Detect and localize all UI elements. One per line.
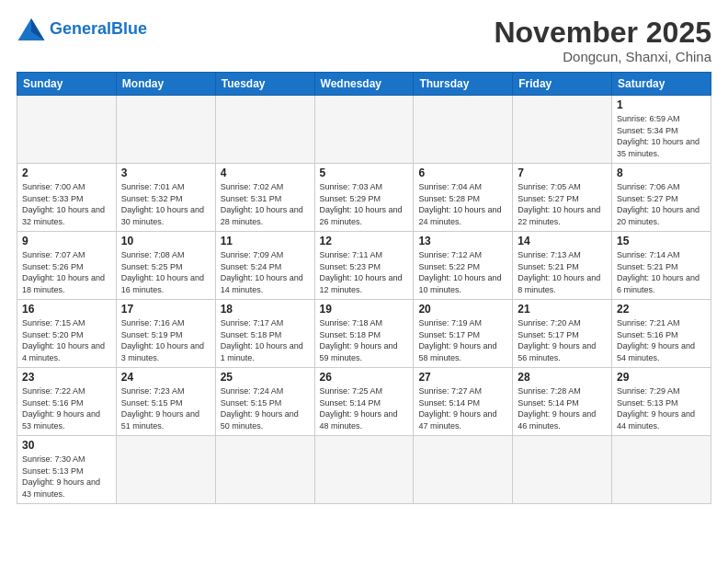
calendar-day-cell: 15Sunrise: 7:14 AM Sunset: 5:21 PM Dayli… [612, 232, 711, 300]
day-number: 20 [418, 303, 507, 316]
day-info: Sunrise: 7:07 AM Sunset: 5:26 PM Dayligh… [22, 249, 111, 295]
calendar-day-cell: 3Sunrise: 7:01 AM Sunset: 5:32 PM Daylig… [116, 164, 215, 232]
calendar-week-row: 23Sunrise: 7:22 AM Sunset: 5:16 PM Dayli… [17, 368, 711, 436]
day-number: 8 [617, 167, 706, 179]
calendar-day-cell [17, 96, 117, 164]
day-info: Sunrise: 7:15 AM Sunset: 5:20 PM Dayligh… [22, 317, 111, 363]
day-info: Sunrise: 7:20 AM Sunset: 5:17 PM Dayligh… [518, 317, 607, 363]
page: GeneralBlue November 2025 Dongcun, Shanx… [0, 0, 728, 563]
day-number: 10 [121, 235, 210, 247]
day-number: 25 [221, 371, 310, 384]
day-info: Sunrise: 7:06 AM Sunset: 5:27 PM Dayligh… [617, 181, 706, 227]
day-info: Sunrise: 7:13 AM Sunset: 5:21 PM Dayligh… [518, 249, 607, 295]
day-number: 4 [221, 167, 310, 179]
calendar-day-cell: 5Sunrise: 7:03 AM Sunset: 5:29 PM Daylig… [314, 164, 414, 232]
day-number: 9 [22, 235, 111, 247]
weekday-header: Sunday [17, 73, 117, 96]
day-number: 6 [418, 167, 507, 179]
day-number: 5 [320, 167, 409, 179]
calendar-day-cell: 7Sunrise: 7:05 AM Sunset: 5:27 PM Daylig… [513, 164, 612, 232]
calendar-week-row: 2Sunrise: 7:00 AM Sunset: 5:33 PM Daylig… [17, 164, 711, 232]
day-number: 17 [121, 303, 210, 316]
day-number: 26 [320, 371, 409, 384]
calendar-day-cell: 27Sunrise: 7:27 AM Sunset: 5:14 PM Dayli… [414, 368, 513, 436]
day-number: 14 [518, 235, 607, 247]
day-info: Sunrise: 7:23 AM Sunset: 5:15 PM Dayligh… [121, 385, 210, 431]
weekday-header: Saturday [612, 73, 711, 96]
calendar: SundayMondayTuesdayWednesdayThursdayFrid… [17, 72, 711, 503]
day-info: Sunrise: 7:19 AM Sunset: 5:17 PM Dayligh… [418, 317, 507, 363]
calendar-day-cell: 2Sunrise: 7:00 AM Sunset: 5:33 PM Daylig… [17, 164, 117, 232]
calendar-day-cell: 9Sunrise: 7:07 AM Sunset: 5:26 PM Daylig… [17, 232, 117, 300]
header: GeneralBlue November 2025 Dongcun, Shanx… [17, 17, 711, 64]
day-number: 27 [418, 371, 507, 384]
day-number: 22 [617, 303, 706, 316]
calendar-day-cell: 20Sunrise: 7:19 AM Sunset: 5:17 PM Dayli… [414, 300, 513, 368]
weekday-header-row: SundayMondayTuesdayWednesdayThursdayFrid… [17, 73, 711, 96]
calendar-day-cell: 24Sunrise: 7:23 AM Sunset: 5:15 PM Dayli… [116, 368, 215, 436]
weekday-header: Friday [513, 73, 612, 96]
day-info: Sunrise: 7:08 AM Sunset: 5:25 PM Dayligh… [121, 249, 210, 295]
day-number: 19 [320, 303, 409, 316]
day-info: Sunrise: 7:04 AM Sunset: 5:28 PM Dayligh… [418, 181, 507, 227]
title-block: November 2025 Dongcun, Shanxi, China [494, 17, 711, 64]
calendar-day-cell [513, 436, 612, 503]
day-info: Sunrise: 7:27 AM Sunset: 5:14 PM Dayligh… [418, 385, 507, 431]
calendar-day-cell: 18Sunrise: 7:17 AM Sunset: 5:18 PM Dayli… [215, 300, 314, 368]
calendar-day-cell: 13Sunrise: 7:12 AM Sunset: 5:22 PM Dayli… [414, 232, 513, 300]
day-number: 16 [22, 303, 111, 316]
month-title: November 2025 [494, 17, 711, 49]
day-number: 7 [518, 167, 607, 179]
day-info: Sunrise: 7:28 AM Sunset: 5:14 PM Dayligh… [518, 385, 607, 431]
calendar-day-cell: 19Sunrise: 7:18 AM Sunset: 5:18 PM Dayli… [314, 300, 414, 368]
day-info: Sunrise: 7:00 AM Sunset: 5:33 PM Dayligh… [22, 181, 111, 227]
logo: GeneralBlue [17, 17, 147, 42]
calendar-day-cell: 28Sunrise: 7:28 AM Sunset: 5:14 PM Dayli… [513, 368, 612, 436]
day-info: Sunrise: 7:16 AM Sunset: 5:19 PM Dayligh… [121, 317, 210, 363]
calendar-day-cell: 10Sunrise: 7:08 AM Sunset: 5:25 PM Dayli… [116, 232, 215, 300]
day-number: 3 [121, 167, 210, 179]
day-number: 29 [617, 371, 706, 384]
calendar-day-cell: 29Sunrise: 7:29 AM Sunset: 5:13 PM Dayli… [612, 368, 711, 436]
calendar-day-cell [414, 96, 513, 164]
day-number: 1 [617, 98, 706, 111]
day-info: Sunrise: 7:21 AM Sunset: 5:16 PM Dayligh… [617, 317, 706, 363]
calendar-day-cell: 8Sunrise: 7:06 AM Sunset: 5:27 PM Daylig… [612, 164, 711, 232]
day-info: Sunrise: 7:12 AM Sunset: 5:22 PM Dayligh… [418, 249, 507, 295]
day-number: 23 [22, 371, 111, 384]
calendar-day-cell: 6Sunrise: 7:04 AM Sunset: 5:28 PM Daylig… [414, 164, 513, 232]
logo-text: GeneralBlue [50, 20, 147, 39]
day-info: Sunrise: 7:22 AM Sunset: 5:16 PM Dayligh… [22, 385, 111, 431]
logo-icon [17, 17, 46, 42]
calendar-day-cell [215, 436, 314, 503]
calendar-week-row: 9Sunrise: 7:07 AM Sunset: 5:26 PM Daylig… [17, 232, 711, 300]
day-info: Sunrise: 7:03 AM Sunset: 5:29 PM Dayligh… [320, 181, 409, 227]
day-info: Sunrise: 7:02 AM Sunset: 5:31 PM Dayligh… [221, 181, 310, 227]
calendar-day-cell: 25Sunrise: 7:24 AM Sunset: 5:15 PM Dayli… [215, 368, 314, 436]
calendar-day-cell: 21Sunrise: 7:20 AM Sunset: 5:17 PM Dayli… [513, 300, 612, 368]
day-number: 24 [121, 371, 210, 384]
weekday-header: Tuesday [215, 73, 314, 96]
calendar-day-cell: 12Sunrise: 7:11 AM Sunset: 5:23 PM Dayli… [314, 232, 414, 300]
day-number: 30 [22, 439, 111, 452]
calendar-day-cell [612, 436, 711, 503]
calendar-day-cell: 22Sunrise: 7:21 AM Sunset: 5:16 PM Dayli… [612, 300, 711, 368]
calendar-day-cell [414, 436, 513, 503]
day-number: 28 [518, 371, 607, 384]
day-number: 11 [221, 235, 310, 247]
location: Dongcun, Shanxi, China [494, 49, 711, 64]
day-info: Sunrise: 7:05 AM Sunset: 5:27 PM Dayligh… [518, 181, 607, 227]
calendar-day-cell: 17Sunrise: 7:16 AM Sunset: 5:19 PM Dayli… [116, 300, 215, 368]
day-info: Sunrise: 7:25 AM Sunset: 5:14 PM Dayligh… [320, 385, 409, 431]
logo-blue: Blue [111, 19, 147, 38]
calendar-day-cell: 23Sunrise: 7:22 AM Sunset: 5:16 PM Dayli… [17, 368, 117, 436]
calendar-day-cell [513, 96, 612, 164]
calendar-day-cell [116, 96, 215, 164]
calendar-day-cell [314, 96, 414, 164]
day-info: Sunrise: 7:30 AM Sunset: 5:13 PM Dayligh… [22, 454, 111, 500]
day-number: 12 [320, 235, 409, 247]
calendar-day-cell: 11Sunrise: 7:09 AM Sunset: 5:24 PM Dayli… [215, 232, 314, 300]
calendar-day-cell: 26Sunrise: 7:25 AM Sunset: 5:14 PM Dayli… [314, 368, 414, 436]
day-info: Sunrise: 7:18 AM Sunset: 5:18 PM Dayligh… [320, 317, 409, 363]
calendar-week-row: 30Sunrise: 7:30 AM Sunset: 5:13 PM Dayli… [17, 436, 711, 503]
